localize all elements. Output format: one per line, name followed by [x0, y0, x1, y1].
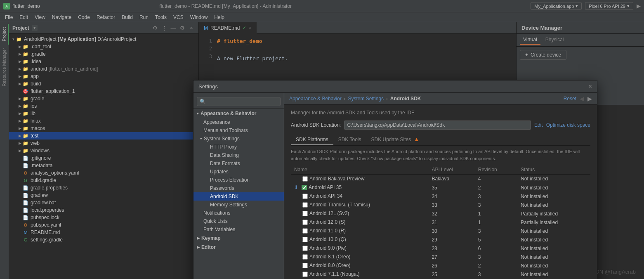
settings-item-data-sharing[interactable]: Data Sharing — [193, 151, 284, 159]
tree-item[interactable]: ▶ 📁 macos — [9, 125, 198, 132]
settings-item-process-elevation[interactable]: Process Elevation — [193, 176, 284, 184]
menu-build[interactable]: Build — [118, 14, 136, 21]
settings-item-notifications[interactable]: Notifications — [193, 209, 284, 217]
menu-tools[interactable]: Tools — [152, 14, 170, 21]
settings-search-input[interactable] — [197, 97, 281, 106]
tree-item[interactable]: ▶ 📁 gradle — [9, 95, 198, 102]
tree-item[interactable]: ▶ 📄 local.properties — [9, 206, 198, 214]
settings-icon[interactable]: ⚙ — [151, 24, 159, 32]
panel-dropdown[interactable]: ▾ — [32, 25, 38, 31]
tree-item[interactable]: ▶ 📁 lib — [9, 110, 198, 117]
nav-back-button[interactable]: ◀ — [580, 95, 584, 102]
tree-item[interactable]: ▶ 📁 web — [9, 140, 198, 147]
side-tab-resource-manager[interactable]: Resource Manager — [0, 45, 9, 90]
sdk-platform-checkbox[interactable] — [302, 263, 308, 268]
appearance-behavior-header[interactable]: ▾ Appearance & Behavior — [193, 109, 284, 118]
tree-item[interactable]: ▶ 📁 android [flutter_demo_android] — [9, 65, 198, 73]
settings-search-container — [193, 95, 284, 109]
tree-item[interactable]: ▶ 📁 windows — [9, 147, 198, 154]
menu-run[interactable]: Run — [136, 14, 152, 21]
tree-item[interactable]: ▶ 📄 gradlew.bat — [9, 199, 198, 206]
collapse-icon[interactable]: — — [170, 24, 177, 32]
menu-help[interactable]: Help — [211, 14, 228, 21]
settings-item-http-proxy[interactable]: HTTP Proxy — [193, 143, 284, 151]
app-selector[interactable]: My_Application.app ▾ — [531, 2, 582, 10]
settings-item-menus[interactable]: Menus and Toolbars — [193, 126, 284, 135]
settings-item-android-sdk[interactable]: Android SDK — [193, 192, 284, 201]
tab-sdk-platforms[interactable]: SDK Platforms — [291, 135, 333, 145]
tree-item[interactable]: ▶ 📁 .dart_tool — [9, 43, 198, 50]
tree-item[interactable]: ▶ 📁 ios — [9, 102, 198, 110]
settings-item-appearance[interactable]: Appearance — [193, 118, 284, 126]
sdk-platform-checkbox[interactable] — [302, 220, 308, 225]
sdk-platform-checkbox[interactable] — [302, 211, 308, 216]
sdk-platform-checkbox[interactable] — [302, 237, 308, 242]
menu-code[interactable]: Code — [75, 14, 93, 21]
sdk-location-input[interactable] — [344, 121, 531, 130]
editor-tab-readme[interactable]: M README.md ✓ × — [199, 22, 257, 34]
settings-dialog: Settings × ▾ Appearance & Behavior Appea… — [193, 80, 597, 279]
settings-item-path-variables[interactable]: Path Variables — [193, 225, 284, 234]
tree-item[interactable]: ▶ G settings.gradle — [9, 236, 198, 244]
settings-item-quick-lists[interactable]: Quick Lists — [193, 217, 284, 225]
settings-item-updates[interactable]: Updates — [193, 168, 284, 176]
sdk-platform-checkbox[interactable] — [302, 202, 308, 208]
sdk-platform-checkbox[interactable] — [302, 272, 308, 277]
menu-vcs[interactable]: VCS — [170, 14, 187, 21]
tree-item[interactable]: ▶ 📁 .idea — [9, 58, 198, 65]
gear-icon[interactable]: ⚙ — [179, 24, 186, 32]
sdk-optimize-button[interactable]: Optimize disk space — [546, 122, 590, 128]
nav-forward-button[interactable]: ▶ — [587, 95, 592, 102]
create-device-button[interactable]: + Create device — [520, 50, 566, 60]
keymap-header[interactable]: ▶ Keymap — [193, 234, 284, 243]
tree-item[interactable]: ▶ 📁 .gradle — [9, 50, 198, 58]
tree-item[interactable]: ▶ 📁 test — [9, 132, 198, 140]
sdk-platform-checkbox[interactable] — [302, 228, 308, 234]
table-cell-status: Not installed — [517, 270, 590, 279]
tree-item[interactable]: ▶ M README.md — [9, 229, 198, 236]
tab-virtual[interactable]: Virtual — [520, 35, 540, 45]
sdk-edit-button[interactable]: Edit — [534, 122, 543, 128]
side-tabs: Project Resource Manager — [0, 22, 9, 279]
tree-item[interactable]: ▶ 📁 build — [9, 80, 198, 87]
settings-item-passwords[interactable]: Passwords — [193, 184, 284, 192]
menu-view[interactable]: View — [31, 14, 49, 21]
tab-sdk-update-sites[interactable]: SDK Update Sites ▲ — [366, 135, 424, 145]
sdk-platform-checkbox[interactable] — [302, 254, 308, 260]
tree-item[interactable]: ▶ G build.gradle — [9, 177, 198, 184]
settings-item-memory-settings[interactable]: Memory Settings — [193, 201, 284, 209]
tree-item[interactable]: ▶ ⚙ analysis_options.yaml — [9, 169, 198, 177]
side-tab-project[interactable]: Project — [0, 24, 9, 45]
tree-root[interactable]: ▾ 📁 AndroidProject [My Application] D:\A… — [9, 35, 198, 43]
tree-item[interactable]: ▶ 📁 app — [9, 73, 198, 80]
tree-item[interactable]: ▶ 📄 .metadata — [9, 162, 198, 169]
tree-item[interactable]: ▶ 📄 .gitignore — [9, 154, 198, 162]
tree-item[interactable]: ▶ 📁 linux — [9, 117, 198, 125]
menu-edit[interactable]: Edit — [16, 14, 31, 21]
tree-item[interactable]: ▶ 📄 pubspec.lock — [9, 214, 198, 221]
settings-item-date-formats[interactable]: Date Formats — [193, 159, 284, 168]
system-settings-header[interactable]: ▾ System Settings — [193, 135, 284, 143]
sdk-platform-checkbox[interactable] — [302, 246, 308, 251]
sdk-platform-checkbox[interactable] — [302, 185, 307, 190]
plus-icon: + — [525, 52, 528, 58]
sdk-platform-checkbox[interactable] — [302, 176, 308, 182]
tab-close-icon[interactable]: × — [249, 26, 251, 30]
menu-navigate[interactable]: Navigate — [49, 14, 75, 21]
expand-icon[interactable]: ⋮ — [160, 24, 168, 32]
tree-item[interactable]: ▶ 📄 gradle.properties — [9, 184, 198, 192]
dialog-close-button[interactable]: × — [588, 83, 592, 90]
device-selector[interactable]: Pixel 6 Pro API 29 ▾ — [585, 2, 633, 10]
sdk-platform-checkbox[interactable] — [302, 194, 308, 199]
tree-item[interactable]: ▶ ⚙ pubspec.yaml — [9, 221, 198, 229]
menu-refactor[interactable]: Refactor — [93, 14, 118, 21]
close-panel-icon[interactable]: × — [188, 24, 195, 32]
nav-reset-button[interactable]: Reset — [564, 96, 576, 102]
editor-header[interactable]: ▶ Editor — [193, 243, 284, 252]
menu-file[interactable]: File — [2, 14, 16, 21]
tab-sdk-tools[interactable]: SDK Tools — [333, 135, 366, 145]
tab-physical[interactable]: Physical — [542, 35, 567, 45]
tree-item[interactable]: ▶ 🎯 flutter_application_1 — [9, 87, 198, 95]
menu-window[interactable]: Window — [187, 14, 211, 21]
tree-item[interactable]: ▶ 📄 gradlew — [9, 192, 198, 199]
